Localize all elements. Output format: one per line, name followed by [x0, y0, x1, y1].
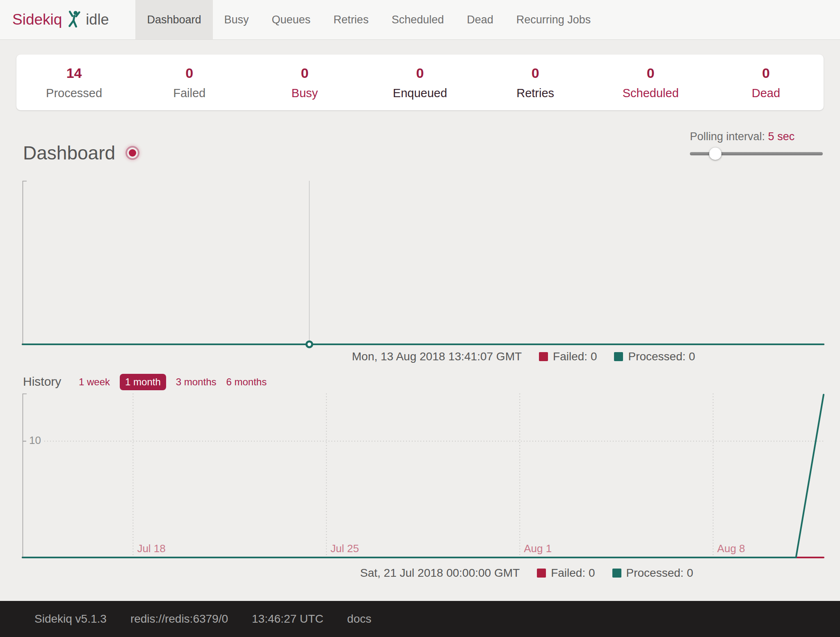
brand-name[interactable]: Sidekiq — [12, 11, 62, 28]
stat-value: 0 — [593, 66, 708, 80]
range-6-months[interactable]: 6 months — [226, 374, 267, 390]
polling-value-link[interactable]: 5 sec — [768, 130, 795, 143]
tab-queues[interactable]: Queues — [260, 0, 322, 39]
footer-time: 13:46:27 UTC — [252, 612, 323, 626]
top-navbar: Sidekiq idle DashboardBusyQueuesRetriesS… — [0, 0, 840, 40]
stat-label: Failed — [132, 86, 247, 100]
tab-dead[interactable]: Dead — [455, 0, 505, 39]
range-3-months[interactable]: 3 months — [176, 374, 217, 390]
polling-slider[interactable] — [690, 152, 823, 155]
nav-tabs: DashboardBusyQueuesRetriesScheduledDeadR… — [135, 0, 602, 39]
legend-date: Mon, 13 Aug 2018 13:41:07 GMT — [352, 350, 522, 363]
polling-slider-thumb[interactable] — [709, 148, 721, 160]
legend-swatch-failed — [539, 352, 548, 361]
tab-scheduled[interactable]: Scheduled — [380, 0, 456, 39]
stat-retries: 0Retries — [478, 55, 593, 110]
stat-label[interactable]: Retries — [478, 86, 593, 100]
polling-label: Polling interval: — [690, 130, 765, 143]
legend-label-processed: Processed: 0 — [628, 350, 695, 363]
page-title: Dashboard — [23, 142, 115, 164]
legend-date: Sat, 21 Jul 2018 00:00:00 GMT — [360, 566, 520, 580]
polling-text: Polling interval: 5 sec — [690, 130, 823, 143]
history-chart: Jul 18Jul 25Aug 1Aug 810 — [23, 394, 824, 558]
stat-value: 0 — [708, 66, 824, 80]
legend-label-processed: Processed: 0 — [626, 566, 693, 580]
footer-redis-url: redis://redis:6379/0 — [130, 612, 228, 626]
tab-retries[interactable]: Retries — [322, 0, 380, 39]
sidekiq-dashboard-page: Sidekiq idle DashboardBusyQueuesRetriesS… — [0, 0, 840, 637]
history-title: History — [23, 375, 61, 389]
live-poll-beacon[interactable] — [126, 146, 139, 160]
legend-swatch-processed — [612, 569, 621, 578]
stat-value: 0 — [362, 66, 477, 80]
stat-dead: 0Dead — [708, 55, 824, 110]
footer: Sidekiq v5.1.3 redis://redis:6379/0 13:4… — [0, 601, 840, 637]
legend-swatch-processed — [614, 352, 623, 361]
stat-scheduled: 0Scheduled — [593, 55, 708, 110]
brand[interactable]: Sidekiq idle — [0, 0, 109, 39]
history-legend: Sat, 21 Jul 2018 00:00:00 GMTFailed: 0Pr… — [360, 566, 693, 580]
stat-label[interactable]: Enqueued — [362, 86, 477, 100]
stat-enqueued: 0Enqueued — [362, 55, 477, 110]
tab-recurring-jobs[interactable]: Recurring Jobs — [505, 0, 603, 39]
status-text: idle — [86, 11, 109, 28]
footer-version: Sidekiq v5.1.3 — [34, 612, 107, 626]
polling-control: Polling interval: 5 sec — [690, 130, 823, 155]
range-1-month[interactable]: 1 month — [120, 374, 166, 390]
stat-failed: 0Failed — [132, 55, 247, 110]
range-1-week[interactable]: 1 week — [79, 374, 110, 390]
stat-busy: 0Busy — [247, 55, 362, 110]
legend-label-failed: Failed: 0 — [553, 350, 597, 363]
realtime-chart — [23, 181, 824, 345]
sidekiq-logo-icon — [67, 10, 81, 29]
history-ranges: 1 week1 month3 months6 months — [79, 374, 267, 390]
stat-value: 0 — [247, 66, 362, 80]
stat-value: 14 — [16, 66, 132, 80]
stat-value: 0 — [478, 66, 593, 80]
stats-card: 14Processed0Failed0Busy0Enqueued0Retries… — [16, 55, 824, 110]
legend-swatch-failed — [537, 569, 546, 578]
stat-label[interactable]: Busy — [247, 86, 362, 100]
stat-label[interactable]: Scheduled — [593, 86, 708, 100]
stat-value: 0 — [132, 66, 247, 80]
tab-dashboard[interactable]: Dashboard — [135, 0, 212, 39]
stat-label: Processed — [16, 86, 132, 100]
footer-docs-link[interactable]: docs — [347, 612, 371, 626]
stat-processed: 14Processed — [16, 55, 132, 110]
live-poll-beacon-dot — [129, 149, 136, 157]
stat-label[interactable]: Dead — [708, 86, 824, 100]
legend-label-failed: Failed: 0 — [551, 566, 595, 580]
tab-busy[interactable]: Busy — [213, 0, 260, 39]
realtime-legend: Mon, 13 Aug 2018 13:41:07 GMTFailed: 0Pr… — [352, 350, 695, 363]
